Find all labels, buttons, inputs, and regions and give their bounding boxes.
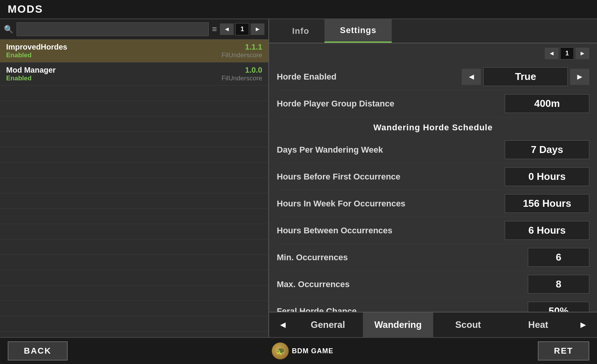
empty-row	[0, 332, 268, 337]
setting-min-occurrences-control: 6	[528, 248, 589, 267]
setting-horde-enabled: Horde Enabled ◄ True ►	[277, 63, 589, 90]
empty-row	[0, 255, 268, 270]
tab-header: InfoSettings	[269, 19, 597, 43]
setting-hours-before-first-label: Hours Before First Occurrence	[277, 172, 401, 182]
mod-version: 1.1.1	[245, 43, 262, 52]
min-occurrences-value: 6	[528, 248, 589, 267]
page-next-button[interactable]: ►	[251, 23, 264, 35]
settings-page-prev-button[interactable]: ◄	[545, 48, 559, 59]
hours-between-value: 6 Hours	[505, 221, 589, 240]
hours-before-first-value: 0 Hours	[505, 167, 589, 186]
ret-button[interactable]: RET	[538, 341, 589, 361]
settings-page-nav: ◄ 1 ►	[277, 47, 589, 60]
search-icon: 🔍	[4, 25, 13, 34]
setting-horde-enabled-control: ◄ True ►	[462, 67, 589, 86]
group-distance-value: 400m	[505, 94, 589, 113]
bottom-tab-general[interactable]: General	[293, 312, 363, 337]
empty-row	[0, 116, 268, 132]
empty-row	[0, 286, 268, 301]
footer-logo: 🐢 BDM GAME	[272, 342, 333, 359]
mod-status: Enabled	[6, 52, 32, 59]
tab-info[interactable]: Info	[277, 20, 324, 42]
empty-row	[0, 316, 268, 332]
setting-feral-chance-label: Feral Horde Chance	[277, 306, 357, 312]
settings-content: ◄ 1 ► Horde Enabled ◄ True ► Horde Playe…	[269, 43, 597, 312]
horde-enabled-value: True	[483, 67, 568, 86]
setting-hours-before-first: Hours Before First Occurrence 0 Hours	[277, 163, 589, 190]
empty-row	[0, 301, 268, 316]
bottom-tab-scout[interactable]: Scout	[433, 312, 503, 337]
mod-name: ImprovedHordes	[6, 43, 67, 52]
content-area: 🔍 ≡ ◄ 1 ► ImprovedHordes 1.1.1 Enabled F…	[0, 19, 597, 337]
mod-version: 1.0.0	[245, 66, 262, 75]
page-number: 1	[235, 23, 249, 35]
setting-max-occurrences-control: 8	[528, 275, 589, 294]
header: MODS	[0, 0, 597, 19]
setting-days-per-week: Days Per Wandering Week 7 Days	[277, 136, 589, 163]
empty-row	[0, 270, 268, 286]
horde-enabled-prev-button[interactable]: ◄	[462, 69, 481, 85]
feral-chance-value: 50%	[528, 302, 589, 312]
setting-hours-before-first-control: 0 Hours	[505, 167, 589, 186]
setting-hours-between-control: 6 Hours	[505, 221, 589, 240]
mod-author: FilUnderscore	[221, 75, 262, 82]
empty-row	[0, 163, 268, 178]
empty-row	[0, 193, 268, 209]
empty-row	[0, 224, 268, 239]
footer: BACK 🐢 BDM GAME RET	[0, 337, 597, 364]
setting-days-per-week-control: 7 Days	[505, 140, 589, 159]
mod-name: Mod Manager	[6, 66, 56, 75]
setting-max-occurrences-label: Max. Occurrences	[277, 279, 350, 289]
days-per-week-value: 7 Days	[505, 140, 589, 159]
right-panel: InfoSettings ◄ 1 ► Horde Enabled ◄ True …	[269, 19, 597, 337]
empty-row	[0, 178, 268, 193]
horde-enabled-next-button[interactable]: ►	[570, 69, 589, 85]
settings-page-number: 1	[560, 47, 574, 60]
setting-hours-between: Hours Between Occurrences 6 Hours	[277, 217, 589, 244]
wandering-horde-section-heading: Wandering Horde Schedule	[277, 117, 589, 136]
sort-icon[interactable]: ≡	[212, 24, 217, 34]
setting-hours-in-week-control: 156 Hours	[505, 194, 589, 213]
mod-status: Enabled	[6, 75, 32, 82]
mod-author: FilUnderscore	[221, 52, 262, 59]
setting-max-occurrences: Max. Occurrences 8	[277, 271, 589, 298]
search-bar: 🔍 ≡ ◄ 1 ►	[0, 19, 268, 40]
mod-list-item[interactable]: ImprovedHordes 1.1.1 Enabled FilUndersco…	[0, 40, 268, 63]
logo-text: BDM GAME	[292, 347, 333, 355]
bottom-tab-next-arrow[interactable]: ►	[573, 312, 593, 337]
bottom-tab-bar: ◄ GeneralWanderingScoutHeat ►	[269, 312, 597, 337]
setting-min-occurrences-label: Min. Occurrences	[277, 253, 348, 263]
empty-row	[0, 239, 268, 255]
bottom-tabs: GeneralWanderingScoutHeat	[293, 312, 573, 337]
max-occurrences-value: 8	[528, 275, 589, 294]
empty-row	[0, 147, 268, 163]
bottom-tab-prev-arrow[interactable]: ◄	[273, 312, 293, 337]
bottom-tab-heat[interactable]: Heat	[503, 312, 573, 337]
setting-min-occurrences: Min. Occurrences 6	[277, 244, 589, 271]
mod-list: ImprovedHordes 1.1.1 Enabled FilUndersco…	[0, 40, 268, 337]
back-button[interactable]: BACK	[8, 341, 68, 361]
search-input[interactable]	[17, 22, 209, 36]
setting-group-distance-label: Horde Player Group Distance	[277, 99, 394, 109]
empty-row	[0, 209, 268, 224]
settings-page-next-button[interactable]: ►	[575, 48, 589, 59]
left-panel: 🔍 ≡ ◄ 1 ► ImprovedHordes 1.1.1 Enabled F…	[0, 19, 269, 337]
hours-in-week-value: 156 Hours	[505, 194, 589, 213]
app-title: MODS	[8, 3, 43, 15]
setting-horde-enabled-label: Horde Enabled	[277, 72, 336, 82]
setting-hours-in-week-label: Hours In Week For Occurrences	[277, 199, 406, 209]
page-nav: ◄ 1 ►	[220, 23, 264, 35]
setting-feral-chance-control: 50%	[528, 302, 589, 312]
setting-group-distance: Horde Player Group Distance 400m	[277, 90, 589, 117]
setting-hours-between-label: Hours Between Occurrences	[277, 226, 392, 236]
setting-days-per-week-label: Days Per Wandering Week	[277, 145, 383, 155]
empty-row	[0, 132, 268, 147]
tab-settings[interactable]: Settings	[324, 19, 392, 43]
logo-icon: 🐢	[272, 342, 289, 359]
setting-feral-chance: Feral Horde Chance 50%	[277, 298, 589, 312]
bottom-tab-wandering[interactable]: Wandering	[363, 312, 433, 337]
empty-row	[0, 86, 268, 101]
setting-hours-in-week: Hours In Week For Occurrences 156 Hours	[277, 190, 589, 217]
page-prev-button[interactable]: ◄	[220, 23, 234, 35]
mod-list-item[interactable]: Mod Manager 1.0.0 Enabled FilUnderscore	[0, 63, 268, 86]
